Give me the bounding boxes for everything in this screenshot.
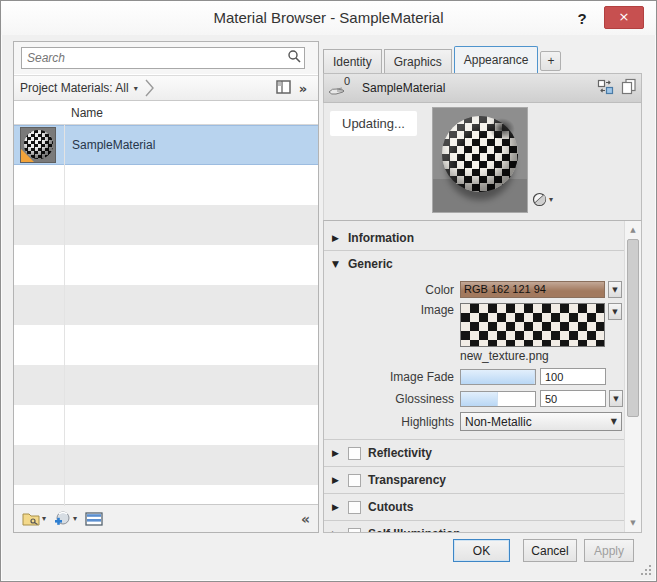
search-box	[21, 47, 305, 69]
image-label: Image	[324, 303, 454, 317]
color-dropdown-button[interactable]: ▼	[608, 281, 622, 298]
glossiness-slider[interactable]	[460, 391, 536, 407]
materials-filter-dropdown[interactable]: Project Materials: All ▾	[14, 76, 160, 100]
image-fade-slider[interactable]	[460, 369, 536, 385]
chevron-down-icon: ▾	[549, 195, 553, 204]
color-swatch[interactable]: RGB 162 121 94	[460, 281, 605, 298]
tab-appearance[interactable]: Appearance	[454, 46, 539, 73]
name-column-header[interactable]: Name	[71, 106, 103, 120]
collapsed-arrow-icon: ▶	[332, 233, 341, 243]
properties-panel: ▶ Information ▼ Generic Color RGB 162 12…	[323, 220, 642, 533]
uses-count: 0	[344, 75, 350, 87]
material-name: SampleMaterial	[72, 138, 155, 152]
section-reflectivity[interactable]: ▶ Reflectivity	[324, 440, 624, 466]
highlights-value: Non-Metallic	[465, 415, 532, 429]
vertical-scrollbar: ▲ ▼	[624, 221, 641, 532]
sphere-plus-icon	[54, 511, 71, 527]
properties-scroll-area: ▶ Information ▼ Generic Color RGB 162 12…	[324, 221, 624, 532]
help-button[interactable]: ?	[572, 7, 592, 29]
chevron-down-icon: ▾	[42, 514, 46, 523]
section-label: Generic	[348, 257, 393, 271]
section-cutouts[interactable]: ▶ Cutouts	[324, 494, 624, 520]
transparency-checkbox[interactable]	[348, 474, 361, 487]
apply-button[interactable]: Apply	[584, 539, 634, 562]
render-mode-button[interactable]: ▾	[532, 192, 553, 207]
collapsed-arrow-icon: ▶	[332, 448, 341, 458]
search-icon[interactable]	[284, 49, 304, 67]
asset-name: SampleMaterial	[362, 81, 593, 95]
image-row: Image ▼	[324, 303, 624, 347]
view-options-button[interactable]	[272, 78, 294, 98]
column-divider	[64, 125, 65, 506]
ok-button[interactable]: OK	[453, 539, 510, 562]
glossiness-input[interactable]	[540, 390, 606, 407]
glossiness-label: Glossiness	[324, 392, 454, 406]
swap-asset-button[interactable]	[593, 76, 617, 100]
library-button[interactable]: ▾	[20, 509, 48, 528]
image-dropdown-button[interactable]: ▼	[608, 303, 622, 320]
window-title: Material Browser - SampleMaterial	[1, 9, 656, 26]
swap-icon	[597, 79, 614, 95]
tab-identity[interactable]: Identity	[323, 49, 382, 73]
scroll-down-button[interactable]: ▼	[625, 515, 641, 531]
image-fade-label: Image Fade	[324, 370, 454, 384]
tab-graphics[interactable]: Graphics	[384, 49, 452, 73]
new-material-button[interactable]: ▾	[52, 509, 79, 529]
materials-list: SampleMaterial	[14, 125, 318, 506]
titlebar: Material Browser - SampleMaterial ? ×	[1, 1, 656, 35]
section-label: Self Illumination	[368, 527, 461, 533]
empty-row	[14, 165, 318, 205]
image-fade-input[interactable]	[540, 368, 606, 385]
materials-toolbar: ▾ ▾ «	[14, 504, 318, 532]
duplicate-asset-button[interactable]	[617, 76, 641, 100]
image-fade-row: Image Fade	[324, 368, 624, 385]
empty-row	[14, 365, 318, 405]
duplicate-icon	[621, 78, 637, 95]
glossiness-dropdown-button[interactable]: ▼	[609, 390, 623, 407]
expanded-arrow-icon: ▼	[332, 259, 341, 269]
scrollbar-thumb[interactable]	[627, 239, 639, 417]
highlights-select[interactable]: Non-Metallic ▼	[460, 412, 622, 431]
tab-bar: Identity Graphics Appearance +	[323, 46, 561, 73]
section-label: Transparency	[368, 473, 446, 487]
search-input[interactable]	[22, 49, 284, 67]
resize-grip[interactable]	[640, 564, 651, 575]
image-filename: new_texture.png	[460, 349, 624, 363]
empty-row	[14, 445, 318, 485]
material-row[interactable]: SampleMaterial	[14, 125, 318, 165]
breadcrumb-chevron-icon	[145, 79, 154, 97]
section-information[interactable]: ▶ Information	[324, 225, 624, 250]
folder-key-icon	[22, 511, 40, 526]
collapsed-arrow-icon: ▶	[332, 475, 341, 485]
image-texture-swatch[interactable]	[460, 303, 605, 347]
reflectivity-checkbox[interactable]	[348, 447, 361, 460]
close-button[interactable]: ×	[604, 6, 644, 29]
asset-header: 0 SampleMaterial	[323, 73, 642, 103]
material-browser-dialog: Material Browser - SampleMaterial ? × Pr…	[0, 0, 657, 582]
search-row	[14, 42, 318, 74]
color-label: Color	[324, 283, 454, 297]
color-row: Color RGB 162 121 94 ▼	[324, 281, 624, 298]
list-view-button[interactable]	[83, 510, 105, 528]
asset-editor-panel: Identity Graphics Appearance + 0 SampleM…	[323, 46, 642, 533]
image-fade-slider-fill	[461, 370, 535, 384]
thumbnail-badge	[21, 149, 34, 162]
layout-icon	[276, 80, 291, 94]
section-generic[interactable]: ▼ Generic	[324, 251, 624, 276]
filter-label: Project Materials: All	[20, 81, 129, 95]
material-thumbnail	[20, 127, 56, 163]
self-illumination-checkbox[interactable]	[348, 528, 361, 534]
collapse-panel-button[interactable]: «	[301, 511, 318, 527]
section-transparency[interactable]: ▶ Transparency	[324, 467, 624, 493]
tab-add[interactable]: +	[540, 51, 561, 71]
cutouts-checkbox[interactable]	[348, 501, 361, 514]
section-self-illumination[interactable]: ▶ Self Illumination	[324, 521, 624, 533]
expand-list-button[interactable]: »	[294, 81, 318, 96]
glossiness-row: Glossiness ▼	[324, 390, 624, 407]
scroll-up-button[interactable]: ▲	[625, 222, 641, 238]
section-label: Cutouts	[368, 500, 413, 514]
list-header: Name	[14, 102, 318, 125]
cancel-button[interactable]: Cancel	[523, 539, 577, 562]
list-icon	[85, 512, 103, 526]
updating-status: Updating...	[330, 111, 417, 136]
